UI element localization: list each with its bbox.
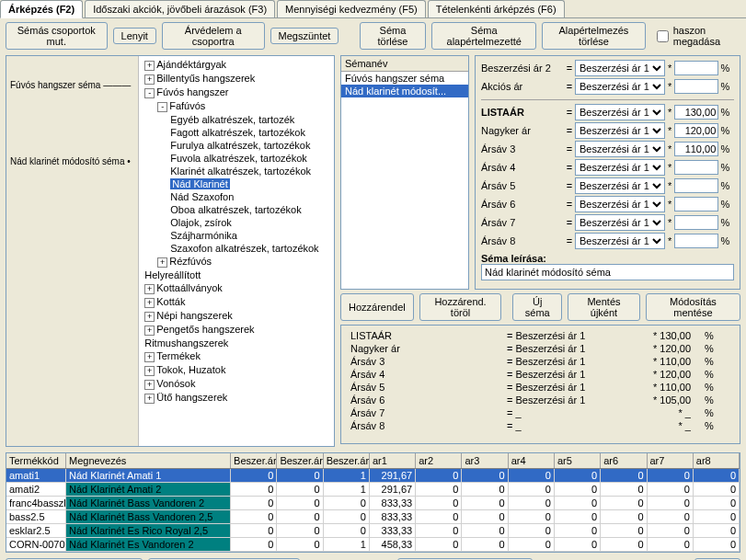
tree-item[interactable]: +Ütő hangszerek: [141, 391, 332, 405]
expand-icon[interactable]: +: [144, 284, 155, 294]
save-mod-button[interactable]: Módosítás mentése: [646, 293, 740, 321]
grid-column-header[interactable]: Megnevezés: [66, 453, 231, 468]
product-grid[interactable]: TermékkódMegnevezésBeszer.árBeszer.ár 2B…: [6, 452, 740, 553]
tree-item[interactable]: +Kották: [141, 295, 332, 309]
price-base-select[interactable]: Beszerzési ár 1: [575, 214, 665, 231]
new-scheme-button[interactable]: Új séma: [512, 293, 562, 321]
expand-button[interactable]: Lenyit: [113, 28, 156, 44]
tree-item[interactable]: +Pengetős hangszerek: [141, 323, 332, 337]
price-multiplier-input[interactable]: [674, 215, 718, 230]
price-base-select[interactable]: Beszerzési ár 1: [575, 233, 665, 249]
price-multiplier-input[interactable]: [674, 142, 718, 156]
expand-icon[interactable]: -: [144, 88, 155, 98]
tree-item[interactable]: Szájharmónika: [141, 229, 332, 242]
grid-column-header[interactable]: Beszer.ár 3: [324, 453, 370, 468]
tree-item[interactable]: Fuvola alkatrészek, tartozékok: [141, 152, 332, 165]
tab-quantity[interactable]: Mennyiségi kedvezmény (F5): [277, 0, 426, 17]
desc-input[interactable]: [481, 264, 734, 280]
tab-pricing[interactable]: Árképzés (F2): [0, 0, 83, 18]
tree-item[interactable]: Oboa alkatrészek, tartozékok: [141, 203, 332, 216]
table-row[interactable]: amati1Nád Klarinét Amati 1001291,6700000…: [6, 469, 740, 483]
expand-icon[interactable]: +: [144, 352, 155, 362]
scheme-delete-button[interactable]: Séma törlése: [360, 22, 427, 50]
default-delete-button[interactable]: Alapértelmezés törlése: [542, 22, 646, 50]
assign-button[interactable]: Hozzárendel: [340, 293, 414, 321]
profit-checkbox-label[interactable]: haszon megadása: [657, 25, 740, 47]
scheme-default-button[interactable]: Séma alapértelmezetté: [431, 22, 536, 50]
tree-item[interactable]: Olajok, zsírok: [141, 216, 332, 229]
price-multiplier-input[interactable]: [674, 79, 718, 94]
protect-button[interactable]: Árvédelem a csoportra: [162, 22, 265, 50]
tree-item[interactable]: Helyreállított: [141, 269, 332, 281]
expand-icon[interactable]: +: [144, 326, 155, 336]
tree-item[interactable]: Klarinét alkatrészek, tartozékok: [141, 165, 332, 177]
profit-checkbox[interactable]: [657, 30, 669, 42]
tree-item[interactable]: +Kottaállványok: [141, 281, 332, 295]
price-base-select[interactable]: Beszerzési ár 1: [575, 78, 665, 95]
expand-icon[interactable]: +: [144, 61, 155, 71]
grid-column-header[interactable]: ar1: [370, 453, 416, 468]
tree-item[interactable]: +Vonósok: [141, 377, 332, 391]
grid-column-header[interactable]: Beszer.ár 2: [277, 453, 323, 468]
expand-icon[interactable]: +: [144, 366, 155, 376]
tree-item[interactable]: Fagott alkatrészek, tartozékok: [141, 126, 332, 139]
expand-icon[interactable]: +: [144, 312, 155, 322]
table-row[interactable]: esklar2.5Nád Klarinét Es Rico Royal 2,50…: [6, 524, 740, 538]
price-base-select[interactable]: Beszerzési ár 1: [575, 177, 665, 194]
price-multiplier-input[interactable]: [674, 178, 718, 193]
scheme-list-item[interactable]: Fúvós hangszer séma: [341, 72, 468, 85]
price-base-select[interactable]: Beszerzési ár 1: [575, 196, 665, 212]
assign-delete-button[interactable]: Hozzárend. töröl: [419, 293, 502, 321]
price-base-select[interactable]: Beszerzési ár 1: [575, 141, 665, 157]
price-multiplier-input[interactable]: [674, 61, 718, 75]
tree-item[interactable]: -Fafúvós: [141, 99, 332, 113]
tree-item[interactable]: +Tokok, Huzatok: [141, 363, 332, 377]
save-as-button[interactable]: Mentés újként: [568, 293, 640, 321]
scheme-list-item[interactable]: Nád klarinét módosít...: [341, 85, 468, 97]
table-row[interactable]: CORN-0070ENád Klarinét Es Vandoren 20014…: [6, 538, 740, 552]
expand-icon[interactable]: +: [144, 394, 155, 404]
expand-icon[interactable]: +: [144, 380, 155, 390]
expand-icon[interactable]: +: [144, 298, 155, 308]
table-row[interactable]: amati2Nád Klarinét Amati 2001291,6700000…: [6, 483, 740, 497]
table-row[interactable]: franc4basszkNád Klarinét Bass Vandoren 2…: [6, 497, 740, 510]
grid-column-header[interactable]: ar8: [694, 453, 740, 468]
tree-item[interactable]: Egyéb alkatrészek, tartozék: [141, 113, 332, 126]
price-multiplier-input[interactable]: [674, 123, 718, 138]
grid-column-header[interactable]: ar2: [416, 453, 462, 468]
expand-icon[interactable]: +: [144, 74, 155, 85]
tab-period[interactable]: Időszaki akciók, jövőbeli árazások (F3): [85, 0, 275, 17]
tree-item[interactable]: +Ajándéktárgyak: [141, 58, 332, 72]
expand-icon[interactable]: -: [157, 102, 167, 112]
tree-item[interactable]: +Népi hangszerek: [141, 309, 332, 323]
price-base-select[interactable]: Beszerzési ár 1: [575, 60, 665, 76]
category-tree[interactable]: +Ajándéktárgyak+Billentyűs hangszerek-Fú…: [139, 56, 334, 446]
grid-column-header[interactable]: Beszer.ár: [231, 453, 277, 468]
tree-item[interactable]: Szaxofon alkatrészek, tartozékok: [141, 242, 332, 255]
grid-column-header[interactable]: ar3: [462, 453, 508, 468]
price-base-select[interactable]: Beszerzési ár 1: [575, 159, 665, 176]
remove-button[interactable]: Megszüntet: [270, 28, 339, 44]
show-groups-button[interactable]: Sémás csoportok mut.: [6, 22, 108, 50]
tree-item[interactable]: +Rézfúvós: [141, 255, 332, 269]
tree-item[interactable]: Nád Klarinét: [141, 177, 332, 190]
expand-icon[interactable]: +: [157, 257, 167, 268]
grid-column-header[interactable]: ar5: [555, 453, 601, 468]
grid-column-header[interactable]: ar7: [648, 453, 694, 468]
grid-column-header[interactable]: Termékkód: [6, 453, 66, 468]
scheme-list[interactable]: Sémanév Fúvós hangszer sémaNád klarinét …: [340, 55, 469, 290]
price-multiplier-input[interactable]: [674, 160, 718, 175]
price-multiplier-input[interactable]: [674, 197, 718, 211]
grid-column-header[interactable]: ar6: [601, 453, 647, 468]
price-multiplier-input[interactable]: [674, 234, 718, 248]
price-base-select[interactable]: Beszerzési ár 1: [575, 104, 665, 120]
tree-item[interactable]: +Termékek: [141, 349, 332, 363]
grid-column-header[interactable]: ar4: [509, 453, 555, 468]
tree-item[interactable]: Furulya alkatrészek, tartozékok: [141, 139, 332, 152]
tree-item[interactable]: Nád Szaxofon: [141, 190, 332, 203]
price-multiplier-input[interactable]: [674, 105, 718, 120]
tree-item[interactable]: Ritmushangszerek: [141, 337, 332, 349]
tree-item[interactable]: -Fúvós hangszer: [141, 86, 332, 99]
tree-item[interactable]: +Billentyűs hangszerek: [141, 72, 332, 86]
tab-peritem[interactable]: Tételenkénti árképzés (F6): [428, 0, 565, 17]
